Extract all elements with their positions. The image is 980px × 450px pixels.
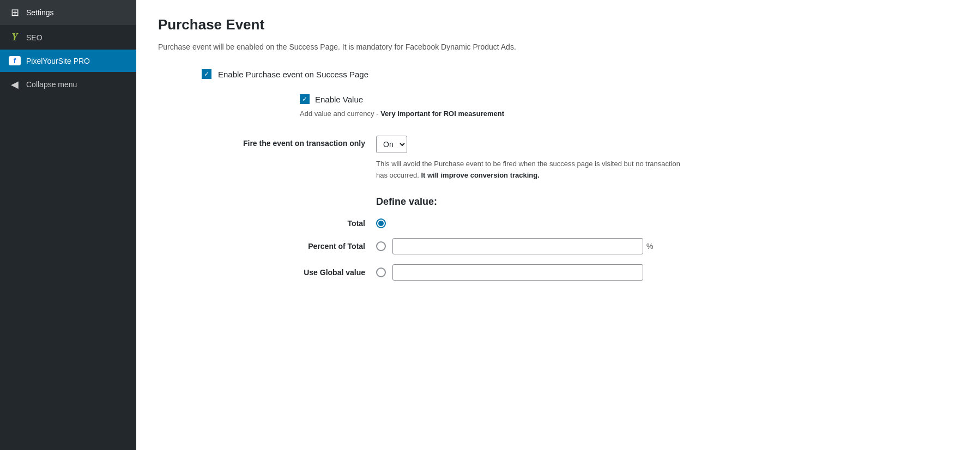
fire-event-select[interactable]: On Off <box>377 136 407 153</box>
fire-event-content: On Off This will avoid the Purchase even… <box>376 136 958 181</box>
sidebar-item-pixelyoursite-label: PixelYourSite PRO <box>26 57 90 65</box>
enable-value-section: ✓ Enable Value Add value and currency - … <box>300 94 958 119</box>
page-description: Purchase event will be enabled on the Su… <box>158 41 958 53</box>
enable-purchase-checkbox[interactable]: ✓ <box>202 69 211 79</box>
fire-event-select-wrapper: On Off <box>376 136 407 153</box>
global-label: Use Global value <box>180 268 376 277</box>
sidebar-item-collapse[interactable]: ◀ Collapse menu <box>0 72 136 97</box>
percent-symbol: % <box>646 242 653 251</box>
fire-event-row: Fire the event on transaction only On Of… <box>180 136 958 181</box>
enable-value-label: Enable Value <box>315 95 363 104</box>
settings-icon: ⊞ <box>9 7 21 19</box>
enable-value-row: ✓ Enable Value <box>300 94 958 104</box>
sidebar-item-settings-label: Settings <box>26 8 54 17</box>
enable-value-checkbox[interactable]: ✓ <box>300 94 310 104</box>
percent-radio-button[interactable] <box>376 241 386 251</box>
fire-event-hint-bold: It will improve conversion tracking. <box>421 171 539 179</box>
main-content: Purchase Event Purchase event will be en… <box>136 0 980 450</box>
collapse-icon: ◀ <box>9 78 21 90</box>
percent-label: Percent of Total <box>180 242 376 251</box>
sidebar-item-seo-label: SEO <box>26 33 43 42</box>
sidebar-item-pixelyoursite[interactable]: f PixelYourSite PRO <box>0 50 136 72</box>
define-value-title: Define value: <box>376 196 958 208</box>
total-label: Total <box>180 219 376 228</box>
enable-purchase-label[interactable]: Enable Purchase event on Success Page <box>218 70 368 79</box>
enable-purchase-row: ✓ Enable Purchase event on Success Page <box>202 69 958 79</box>
page-title: Purchase Event <box>158 16 958 33</box>
global-radio-content <box>376 264 958 281</box>
total-radio-row: Total <box>180 218 958 228</box>
value-checkmark-icon: ✓ <box>302 95 307 103</box>
global-radio-row: Use Global value <box>180 264 958 281</box>
value-description: Add value and currency - Very important … <box>300 108 958 119</box>
sidebar: ⊞ Settings Y SEO f PixelYourSite PRO ◀ C… <box>0 0 136 450</box>
value-description-bold: Very important for ROI measurement <box>380 110 504 118</box>
value-description-prefix: Add value and currency - <box>300 110 380 118</box>
global-input[interactable] <box>392 264 643 281</box>
percent-input[interactable] <box>392 238 643 254</box>
percent-radio-row: Percent of Total % <box>180 238 958 254</box>
sidebar-item-collapse-label: Collapse menu <box>26 80 77 89</box>
sidebar-item-settings[interactable]: ⊞ Settings <box>0 0 136 25</box>
total-radio-content <box>376 218 958 228</box>
total-radio-button[interactable] <box>376 218 386 228</box>
percent-radio-content: % <box>376 238 958 254</box>
fire-event-hint: This will avoid the Purchase event to be… <box>376 159 681 181</box>
sidebar-item-seo[interactable]: Y SEO <box>0 25 136 50</box>
facebook-icon: f <box>9 56 21 65</box>
seo-icon: Y <box>9 32 21 43</box>
fire-event-label: Fire the event on transaction only <box>180 136 376 148</box>
checkmark-icon: ✓ <box>204 71 209 77</box>
global-radio-button[interactable] <box>376 267 386 277</box>
